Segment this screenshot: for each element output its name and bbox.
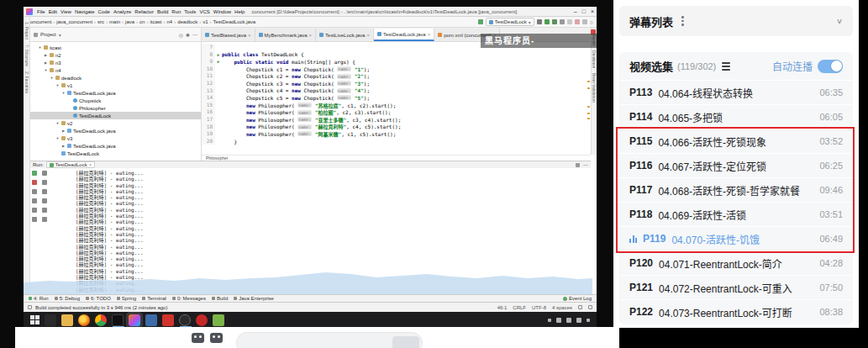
print-icon[interactable] — [42, 198, 47, 203]
tree-row[interactable]: ▼TestDeadLock.java — [30, 89, 201, 97]
editor-tab[interactable]: TestLiveLock.java× — [316, 29, 374, 41]
tree-row[interactable]: ▶n3 — [30, 59, 201, 66]
menu-item-tools[interactable]: Tools — [182, 9, 197, 14]
breadcrumb-item[interactable]: src — [97, 19, 105, 24]
network-icon[interactable] — [566, 318, 571, 323]
clear-icon[interactable] — [42, 208, 47, 213]
playlist-item[interactable]: P12104.072-ReentrantLock-可重入07:50 — [619, 275, 853, 299]
list-view-icon[interactable] — [722, 62, 730, 71]
toolwindow-button[interactable]: 4: Run — [29, 296, 49, 301]
tool-stripe-button[interactable]: 2: Favorites — [24, 71, 29, 93]
expand-arrow-icon[interactable]: ▼ — [55, 121, 60, 125]
video-frame[interactable]: FileEditViewNavigateCodeAnalyzeRefactorB… — [0, 0, 613, 348]
menu-item-vcs[interactable]: VCS — [197, 9, 211, 14]
lock-icon[interactable] — [578, 305, 582, 309]
expand-arrow-icon[interactable]: ▶ — [61, 129, 66, 133]
run-icon[interactable] — [544, 19, 550, 24]
breadcrumb-item[interactable]: java_concurrent — [55, 19, 93, 24]
editor-tab[interactable]: TestDeadLock.java× — [374, 29, 434, 41]
tool-stripe-button[interactable]: Bean Validation — [592, 73, 597, 103]
status-widget[interactable]: 46:1 — [497, 305, 508, 310]
up-stack-icon[interactable] — [42, 171, 47, 176]
file-explorer-icon[interactable] — [61, 314, 73, 326]
tree-row[interactable]: ▼deadlock — [30, 74, 201, 82]
close-icon[interactable]: × — [366, 33, 370, 38]
expand-arrow-icon[interactable]: ▼ — [55, 136, 60, 140]
playlist-item[interactable]: P12004.071-ReentrantLock-简介04:28 — [619, 250, 853, 275]
menu-item-code[interactable]: Code — [97, 9, 112, 14]
windows-start-button[interactable] — [30, 315, 39, 324]
intellij-taskbar-icon[interactable] — [129, 314, 140, 326]
playlist-item[interactable]: P11904.070-活跃性-饥饿06:49 — [619, 226, 853, 250]
playlist-item[interactable]: P11804.069-活跃性-活锁03:51 — [619, 202, 853, 226]
down-stack-icon[interactable] — [42, 180, 47, 185]
locate-icon[interactable]: ◎ — [179, 32, 183, 38]
tree-row[interactable]: ▼v3 — [30, 134, 201, 142]
scroll-end-icon[interactable] — [32, 217, 37, 222]
toolwindow-button[interactable]: 6: TODO — [86, 296, 111, 301]
run-tab[interactable]: TestDeadLock× — [46, 161, 96, 168]
document-app-icon[interactable] — [145, 314, 157, 326]
danmaku-style-icon[interactable] — [210, 333, 223, 343]
autoplay-toggle[interactable] — [818, 60, 843, 73]
menu-item-file[interactable]: File — [35, 9, 47, 14]
more-options-icon[interactable] — [681, 16, 684, 26]
soft-wrap-icon[interactable] — [42, 189, 47, 194]
status-widget[interactable]: UTF-8 — [532, 305, 546, 310]
hide-console-icon[interactable]: — — [583, 162, 588, 167]
event-log-button[interactable]: Event Log — [563, 296, 592, 301]
notepad-app-icon[interactable] — [213, 314, 224, 326]
close-icon[interactable]: × — [309, 33, 313, 38]
search-everywhere-icon[interactable]: ○ — [590, 19, 593, 25]
playlist-item[interactable]: P12204.073-ReentrantLock-可打断08:38 — [619, 299, 853, 324]
playlist-item[interactable]: P11404.065-多把锁06:05 — [619, 104, 853, 129]
menu-item-refactor[interactable]: Refactor — [133, 9, 155, 14]
toolwindow-toggle-icon[interactable] — [28, 305, 32, 309]
danmaku-list-header[interactable]: 弹幕列表 ∨ — [619, 6, 853, 36]
tree-row[interactable]: ▼v2 — [30, 119, 201, 127]
xmind-icon[interactable] — [162, 314, 174, 326]
danmaku-settings-icon[interactable] — [192, 333, 204, 343]
close-icon[interactable]: × — [89, 162, 92, 167]
menu-item-view[interactable]: View — [59, 9, 73, 14]
build-hammer-icon[interactable] — [537, 19, 542, 24]
dump-threads-icon[interactable] — [32, 198, 37, 203]
menu-item-edit[interactable]: Edit — [47, 9, 59, 14]
menu-item-help[interactable]: Help — [233, 9, 246, 14]
tool-stripe-button[interactable]: Database — [592, 50, 597, 68]
menu-item-navigate[interactable]: Navigate — [73, 9, 97, 14]
editor-breadcrumb[interactable]: Philosopher — [202, 155, 591, 161]
tool-stripe-button[interactable]: 1: Project — [24, 22, 29, 40]
playlist-item[interactable]: P11604.067-活跃性-定位死锁06:25 — [619, 153, 853, 177]
chevron-down-icon[interactable]: ∨ — [836, 17, 843, 25]
run-configuration-select[interactable]: TestDeadLock▾ — [486, 18, 534, 26]
breadcrumb-item[interactable]: v1 — [202, 19, 208, 24]
ime-indicator-icon[interactable] — [587, 319, 590, 322]
indicator-icon[interactable] — [588, 305, 592, 309]
code-editor[interactable]: 78▶public class TestDeadLock {9▶ public … — [202, 42, 591, 155]
expand-arrow-icon[interactable]: ▶ — [44, 53, 48, 57]
status-widget[interactable]: 4 spaces — [552, 305, 572, 310]
tree-row[interactable]: ▶TestDeadLock.java — [30, 127, 201, 134]
expand-arrow-icon[interactable]: ▶ — [61, 144, 66, 148]
profiler-icon[interactable] — [567, 19, 572, 24]
tree-row[interactable]: ▼v1 — [30, 82, 201, 89]
toolwindow-button[interactable]: Build — [212, 296, 228, 301]
breadcrumb-item[interactable]: deadlock — [176, 19, 198, 24]
volume-icon[interactable] — [576, 318, 581, 323]
close-button[interactable]: × — [591, 8, 594, 14]
obs-icon[interactable] — [179, 314, 191, 326]
pin-icon[interactable] — [42, 217, 47, 222]
breadcrumb-item[interactable]: itcast — [149, 19, 162, 24]
run-gutter-icon[interactable]: ▶ — [215, 59, 222, 64]
restore-layout-icon[interactable] — [32, 189, 37, 194]
battery-icon[interactable] — [556, 318, 561, 323]
playlist-item[interactable]: P11504.066-活跃性-死锁现象03:52 — [619, 129, 853, 153]
close-icon[interactable]: × — [248, 33, 251, 38]
status-widget[interactable]: CRLF — [513, 305, 526, 310]
task-view-icon[interactable] — [45, 314, 56, 326]
run-console[interactable]: [赫拉克利特] - eating...[赫拉克利特] - eating...[赫… — [30, 168, 591, 294]
expand-arrow-icon[interactable]: ▼ — [55, 83, 60, 87]
menu-item-window[interactable]: Window — [212, 9, 233, 14]
menu-item-analyze[interactable]: Analyze — [112, 9, 133, 14]
